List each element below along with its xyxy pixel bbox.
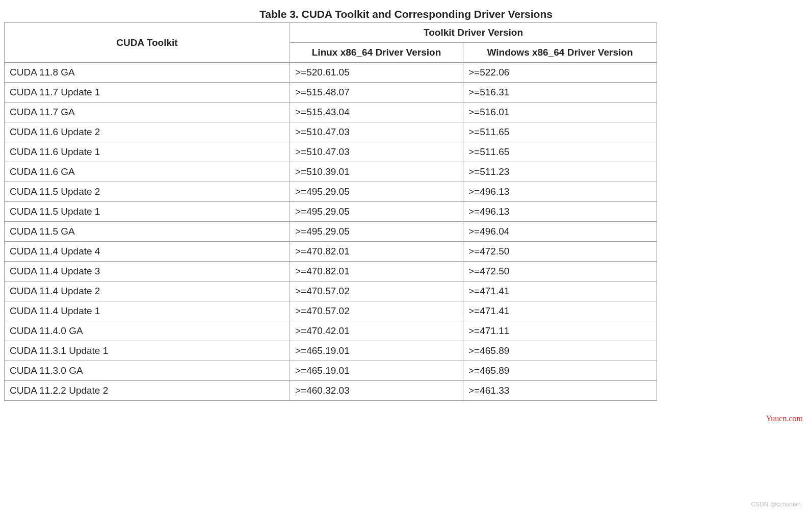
cell-toolkit: CUDA 11.7 GA [5, 103, 290, 122]
cell-linux: >=470.42.01 [290, 321, 463, 341]
table-row: CUDA 11.6 Update 2>=510.47.03>=511.65 [5, 122, 657, 142]
table-title: Table 3. CUDA Toolkit and Corresponding … [4, 8, 808, 20]
cell-linux: >=470.57.02 [290, 281, 463, 301]
cell-windows: >=496.04 [463, 222, 657, 242]
cell-linux: >=470.82.01 [290, 262, 463, 281]
table-row: CUDA 11.7 Update 1>=515.48.07>=516.31 [5, 83, 657, 103]
cell-toolkit: CUDA 11.7 Update 1 [5, 83, 290, 103]
cell-linux: >=495.29.05 [290, 182, 463, 202]
cell-windows: >=471.41 [463, 301, 657, 321]
table-row: CUDA 11.4 Update 1>=470.57.02>=471.41 [5, 301, 657, 321]
cuda-driver-table: CUDA Toolkit Toolkit Driver Version Linu… [4, 22, 657, 401]
table-row: CUDA 11.3.0 GA>=465.19.01>=465.89 [5, 361, 657, 381]
table-row: CUDA 11.7 GA>=515.43.04>=516.01 [5, 103, 657, 122]
cell-toolkit: CUDA 11.6 Update 1 [5, 142, 290, 162]
cell-toolkit: CUDA 11.5 Update 2 [5, 182, 290, 202]
cell-windows: >=516.31 [463, 83, 657, 103]
cell-windows: >=471.41 [463, 281, 657, 301]
cell-linux: >=510.39.01 [290, 162, 463, 182]
header-linux: Linux x86_64 Driver Version [290, 43, 463, 63]
cell-toolkit: CUDA 11.4 Update 1 [5, 301, 290, 321]
cell-linux: >=470.57.02 [290, 301, 463, 321]
cell-toolkit: CUDA 11.4 Update 4 [5, 242, 290, 262]
cell-windows: >=511.65 [463, 142, 657, 162]
cell-toolkit: CUDA 11.3.1 Update 1 [5, 341, 290, 361]
table-row: CUDA 11.5 Update 2>=495.29.05>=496.13 [5, 182, 657, 202]
cell-windows: >=516.01 [463, 103, 657, 122]
cell-toolkit: CUDA 11.5 GA [5, 222, 290, 242]
cell-linux: >=510.47.03 [290, 122, 463, 142]
cell-windows: >=465.89 [463, 341, 657, 361]
header-toolkit: CUDA Toolkit [5, 23, 290, 63]
table-row: CUDA 11.5 GA>=495.29.05>=496.04 [5, 222, 657, 242]
cell-toolkit: CUDA 11.3.0 GA [5, 361, 290, 381]
cell-linux: >=470.82.01 [290, 242, 463, 262]
cell-linux: >=495.29.05 [290, 202, 463, 222]
table-row: CUDA 11.4 Update 4>=470.82.01>=472.50 [5, 242, 657, 262]
cell-windows: >=496.13 [463, 182, 657, 202]
cell-windows: >=511.65 [463, 122, 657, 142]
cell-linux: >=520.61.05 [290, 63, 463, 83]
watermark-csdn: CSDN @czhunian [751, 501, 801, 508]
cell-linux: >=515.48.07 [290, 83, 463, 103]
cell-toolkit: CUDA 11.5 Update 1 [5, 202, 290, 222]
table-header-row-1: CUDA Toolkit Toolkit Driver Version [5, 23, 657, 43]
cell-toolkit: CUDA 11.2.2 Update 2 [5, 381, 290, 401]
cell-linux: >=510.47.03 [290, 142, 463, 162]
cell-toolkit: CUDA 11.4 Update 2 [5, 281, 290, 301]
cell-toolkit: CUDA 11.4.0 GA [5, 321, 290, 341]
cell-linux: >=495.29.05 [290, 222, 463, 242]
watermark-yuucn: Yuucn.com [766, 414, 803, 423]
cell-toolkit: CUDA 11.4 Update 3 [5, 262, 290, 281]
table-row: CUDA 11.4 Update 2>=470.57.02>=471.41 [5, 281, 657, 301]
cell-toolkit: CUDA 11.8 GA [5, 63, 290, 83]
cell-toolkit: CUDA 11.6 Update 2 [5, 122, 290, 142]
cell-linux: >=465.19.01 [290, 361, 463, 381]
table-row: CUDA 11.6 Update 1>=510.47.03>=511.65 [5, 142, 657, 162]
header-driver-version: Toolkit Driver Version [290, 23, 657, 43]
cell-linux: >=465.19.01 [290, 341, 463, 361]
table-row: CUDA 11.6 GA>=510.39.01>=511.23 [5, 162, 657, 182]
header-windows: Windows x86_64 Driver Version [463, 43, 657, 63]
table-row: CUDA 11.4.0 GA>=470.42.01>=471.11 [5, 321, 657, 341]
cell-linux: >=515.43.04 [290, 103, 463, 122]
table-row: CUDA 11.2.2 Update 2>=460.32.03>=461.33 [5, 381, 657, 401]
cell-windows: >=461.33 [463, 381, 657, 401]
cell-windows: >=511.23 [463, 162, 657, 182]
table-row: CUDA 11.4 Update 3>=470.82.01>=472.50 [5, 262, 657, 281]
cell-windows: >=471.11 [463, 321, 657, 341]
cell-windows: >=465.89 [463, 361, 657, 381]
cell-toolkit: CUDA 11.6 GA [5, 162, 290, 182]
cell-linux: >=460.32.03 [290, 381, 463, 401]
table-row: CUDA 11.3.1 Update 1>=465.19.01>=465.89 [5, 341, 657, 361]
cell-windows: >=496.13 [463, 202, 657, 222]
cell-windows: >=472.50 [463, 262, 657, 281]
cell-windows: >=522.06 [463, 63, 657, 83]
table-row: CUDA 11.8 GA>=520.61.05>=522.06 [5, 63, 657, 83]
table-row: CUDA 11.5 Update 1>=495.29.05>=496.13 [5, 202, 657, 222]
cell-windows: >=472.50 [463, 242, 657, 262]
